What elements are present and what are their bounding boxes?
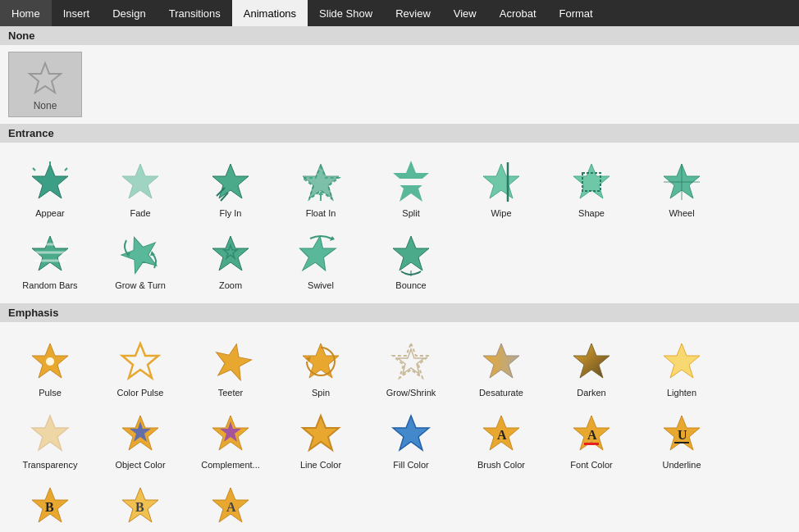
anim-darken[interactable]: Darken <box>546 330 637 402</box>
teeter-label: Teeter <box>218 388 244 398</box>
boldflash-icon: B <box>25 481 75 530</box>
swivel-icon <box>296 230 345 279</box>
appear-label: Appear <box>35 208 64 218</box>
svg-marker-20 <box>573 164 610 198</box>
svg-marker-32 <box>212 236 249 271</box>
bounce-icon <box>386 230 436 279</box>
svg-marker-29 <box>118 232 162 275</box>
anim-fade[interactable]: Fade <box>95 151 185 223</box>
anim-spin[interactable]: Spin <box>276 330 366 402</box>
anim-lighten[interactable]: Lighten <box>637 330 727 402</box>
menu-transitions[interactable]: Transitions <box>158 0 232 26</box>
svg-marker-5 <box>122 164 158 198</box>
anim-zoom[interactable]: Zoom <box>185 223 276 295</box>
anim-split[interactable]: Split <box>366 151 456 223</box>
anim-swivel[interactable]: Swivel <box>276 223 366 295</box>
anim-teeter[interactable]: Teeter <box>185 330 276 402</box>
menu-animations[interactable]: Animations <box>232 0 308 26</box>
floatin-label: Float In <box>306 208 336 218</box>
flyin-icon <box>206 157 255 207</box>
growshrink-icon <box>386 337 436 386</box>
anim-wheel[interactable]: Wheel <box>637 151 727 223</box>
spin-label: Spin <box>312 388 330 398</box>
growshrink-label: Grow/Shrink <box>386 388 436 398</box>
anim-none[interactable]: None <box>8 52 82 117</box>
objectcolor-label: Object Color <box>115 460 165 470</box>
shape-label: Shape <box>578 208 605 218</box>
svg-marker-1 <box>32 164 68 198</box>
transparency-icon <box>25 409 75 458</box>
svg-text:A: A <box>226 500 236 514</box>
svg-marker-0 <box>30 63 61 93</box>
lighten-icon <box>657 337 706 386</box>
svg-point-39 <box>46 357 54 366</box>
anim-floatin[interactable]: Float In <box>276 151 366 223</box>
anim-shape[interactable]: Shape <box>546 151 637 223</box>
transparency-label: Transparency <box>23 460 78 470</box>
menu-view[interactable]: View <box>442 0 488 26</box>
fontcolor-icon: A <box>567 409 616 458</box>
anim-pulse[interactable]: Pulse <box>5 330 95 402</box>
svg-marker-47 <box>573 343 610 378</box>
menu-design[interactable]: Design <box>101 0 157 26</box>
anim-bounce[interactable]: Bounce <box>366 223 456 295</box>
swivel-label: Swivel <box>308 280 334 290</box>
svg-marker-36 <box>393 236 429 271</box>
menu-format[interactable]: Format <box>548 0 605 26</box>
anim-wipe[interactable]: Wipe <box>456 151 546 223</box>
wipe-icon <box>477 157 526 207</box>
anim-growturn[interactable]: Grow & Turn <box>95 223 185 295</box>
anim-growshrink[interactable]: Grow/Shrink <box>366 330 456 402</box>
desaturate-label: Desaturate <box>479 388 523 398</box>
anim-colorpulse[interactable]: Color Pulse <box>95 330 185 402</box>
emphasis-section: Emphasis Pulse Color Pu <box>0 303 799 532</box>
anim-transparency[interactable]: Transparency <box>5 402 95 475</box>
anim-boldreveal[interactable]: B Bold Reveal <box>95 475 185 532</box>
svg-marker-18 <box>483 164 519 198</box>
spin-icon <box>296 337 345 386</box>
anim-randombars[interactable]: Random Bars <box>5 223 95 295</box>
anim-linecolor[interactable]: Line Color <box>276 402 366 475</box>
colorpulse-icon <box>116 337 165 386</box>
menu-insert[interactable]: Insert <box>52 0 102 26</box>
none-icon <box>25 57 66 98</box>
complement-icon <box>206 409 255 458</box>
brushcolor-icon: A <box>477 409 526 458</box>
animations-panel: None None Entrance <box>0 26 799 532</box>
anim-objectcolor[interactable]: Object Color <box>95 402 185 475</box>
menu-review[interactable]: Review <box>384 0 442 26</box>
underline-icon: U <box>657 409 706 458</box>
anim-desaturate[interactable]: Desaturate <box>456 330 546 402</box>
desaturate-icon <box>477 337 526 386</box>
zoom-label: Zoom <box>219 280 242 290</box>
shape-icon <box>567 157 616 207</box>
objectcolor-icon <box>116 409 165 458</box>
svg-text:B: B <box>135 500 144 514</box>
menu-home[interactable]: Home <box>0 0 52 26</box>
pulse-icon <box>25 337 75 386</box>
anim-wave[interactable]: A Wave <box>185 475 276 532</box>
menu-acrobat[interactable]: Acrobat <box>488 0 548 26</box>
none-header: None <box>0 26 799 45</box>
menu-slideshow[interactable]: Slide Show <box>308 0 384 26</box>
anim-appear[interactable]: Appear <box>5 151 95 223</box>
emphasis-header: Emphasis <box>0 303 799 322</box>
anim-flyin[interactable]: Fly In <box>185 151 276 223</box>
boldreveal-icon: B <box>116 481 165 530</box>
anim-brushcolor[interactable]: A Brush Color <box>456 402 546 475</box>
anim-fillcolor[interactable]: Fill Color <box>366 402 456 475</box>
entrance-content: Appear Fade <box>0 143 799 303</box>
svg-rect-60 <box>584 443 599 445</box>
underline-label: Underline <box>662 460 701 470</box>
randombars-label: Random Bars <box>22 280 77 290</box>
anim-underline[interactable]: U Underline <box>637 402 727 475</box>
svg-text:A: A <box>497 428 507 442</box>
lighten-label: Lighten <box>667 388 696 398</box>
fillcolor-label: Fill Color <box>393 460 428 470</box>
anim-fontcolor[interactable]: A Font Color <box>546 402 637 475</box>
entrance-section: Entrance Appear <box>0 124 799 303</box>
pulse-label: Pulse <box>39 388 62 398</box>
anim-boldflash[interactable]: B Bold Flash <box>5 475 95 532</box>
fade-label: Fade <box>130 208 150 218</box>
anim-complement[interactable]: Complement... <box>185 402 276 475</box>
